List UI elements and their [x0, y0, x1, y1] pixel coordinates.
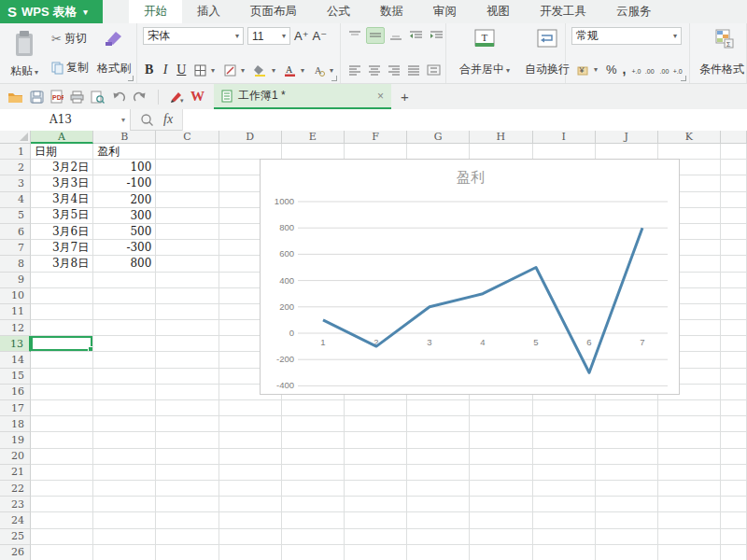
tab-4[interactable]: 数据	[365, 0, 418, 23]
cell[interactable]	[407, 449, 470, 465]
marker-pen-icon[interactable]: ▾	[169, 91, 184, 104]
cell[interactable]	[31, 512, 93, 528]
row-header-14[interactable]: 14	[0, 352, 31, 368]
cell[interactable]	[31, 529, 93, 545]
align-right-icon[interactable]	[386, 63, 402, 77]
cell[interactable]	[658, 512, 721, 528]
cell[interactable]	[596, 545, 658, 560]
profit-series-line[interactable]	[323, 228, 642, 372]
cell[interactable]	[345, 400, 407, 416]
cell[interactable]	[721, 144, 747, 160]
cell[interactable]	[345, 449, 407, 465]
cell[interactable]	[721, 240, 747, 256]
cell[interactable]	[658, 465, 721, 481]
cell[interactable]	[658, 481, 721, 497]
cell[interactable]	[533, 416, 596, 432]
cell[interactable]	[219, 545, 282, 560]
cell[interactable]	[219, 481, 282, 497]
cell[interactable]	[93, 416, 156, 432]
cell[interactable]	[282, 449, 345, 465]
cell[interactable]	[596, 497, 658, 512]
cell[interactable]	[721, 449, 747, 465]
cell[interactable]	[156, 512, 218, 528]
redo-icon[interactable]	[133, 91, 148, 104]
cell[interactable]	[156, 320, 218, 336]
merge-center-button[interactable]: T 合并居中▾	[456, 27, 514, 79]
tab-6[interactable]: 视图	[472, 0, 525, 23]
cell[interactable]	[156, 192, 218, 208]
cell[interactable]	[658, 529, 721, 545]
cell[interactable]	[282, 529, 345, 545]
row-header-15[interactable]: 15	[0, 369, 31, 385]
cell[interactable]	[721, 175, 747, 191]
cell[interactable]	[407, 400, 470, 416]
cell[interactable]	[156, 545, 218, 560]
cell[interactable]	[156, 465, 218, 481]
row-header-1[interactable]: 1	[0, 144, 31, 160]
cell[interactable]	[721, 369, 747, 385]
font-size-combo[interactable]: 11▾	[247, 27, 290, 45]
italic-button[interactable]: I	[159, 63, 171, 77]
cell[interactable]: 500	[93, 224, 156, 240]
cell[interactable]	[407, 144, 470, 160]
cell[interactable]	[93, 336, 156, 352]
cell[interactable]	[407, 416, 470, 432]
new-tab-button[interactable]: +	[401, 89, 409, 105]
justify-icon[interactable]	[405, 63, 422, 77]
cell[interactable]	[470, 144, 532, 160]
cell[interactable]: 800	[93, 256, 156, 272]
cell[interactable]: -300	[93, 240, 156, 256]
draw-border-button[interactable]: ▾	[221, 63, 247, 77]
cell[interactable]	[93, 288, 156, 304]
cell[interactable]	[282, 512, 345, 528]
cell[interactable]	[470, 432, 532, 448]
cell[interactable]	[219, 497, 282, 512]
row-header-25[interactable]: 25	[0, 529, 31, 545]
row-header-26[interactable]: 26	[0, 545, 31, 560]
format-painter-button[interactable]	[105, 30, 123, 47]
cell[interactable]: 3月6日	[31, 224, 93, 240]
cell[interactable]	[219, 529, 282, 545]
row-header-4[interactable]: 4	[0, 192, 31, 208]
cell[interactable]	[533, 512, 596, 528]
cell[interactable]	[156, 449, 218, 465]
cell[interactable]	[31, 449, 93, 465]
cell[interactable]	[721, 336, 747, 352]
cell[interactable]	[219, 432, 282, 448]
cell[interactable]	[721, 400, 747, 416]
cell[interactable]	[533, 432, 596, 448]
tab-3[interactable]: 公式	[312, 0, 365, 23]
cell[interactable]: 300	[93, 208, 156, 224]
cell[interactable]	[93, 545, 156, 560]
cell[interactable]	[93, 449, 156, 465]
align-bottom-icon[interactable]	[388, 28, 404, 43]
font-dialog-launcher[interactable]	[331, 76, 337, 81]
cell[interactable]: 3月3日	[31, 175, 93, 191]
bold-button[interactable]: B	[143, 63, 155, 77]
row-header-2[interactable]: 2	[0, 160, 31, 175]
cell[interactable]: 3月8日	[31, 256, 93, 272]
open-folder-icon[interactable]	[7, 91, 23, 104]
cell[interactable]	[156, 352, 218, 368]
decrease-decimal-button[interactable]: .00 +.0	[660, 61, 683, 77]
tab-7[interactable]: 开发工具	[525, 0, 601, 23]
row-header-7[interactable]: 7	[0, 240, 31, 256]
row-header-19[interactable]: 19	[0, 432, 31, 448]
cell[interactable]	[31, 369, 93, 385]
cell[interactable]: 3月5日	[31, 208, 93, 224]
cell[interactable]	[470, 529, 532, 545]
cell[interactable]	[156, 288, 218, 304]
cell[interactable]	[31, 273, 93, 288]
cell[interactable]	[721, 416, 747, 432]
cell[interactable]	[721, 224, 747, 240]
cell[interactable]	[219, 512, 282, 528]
cell[interactable]	[721, 304, 747, 320]
cell[interactable]	[156, 144, 218, 160]
cell[interactable]	[31, 416, 93, 432]
cell[interactable]	[156, 432, 218, 448]
cell[interactable]	[93, 481, 156, 497]
cell[interactable]	[156, 240, 218, 256]
cell[interactable]	[282, 465, 345, 481]
cell[interactable]	[596, 432, 658, 448]
conditional-format-button[interactable]: Σ 条件格式▾	[696, 27, 747, 79]
